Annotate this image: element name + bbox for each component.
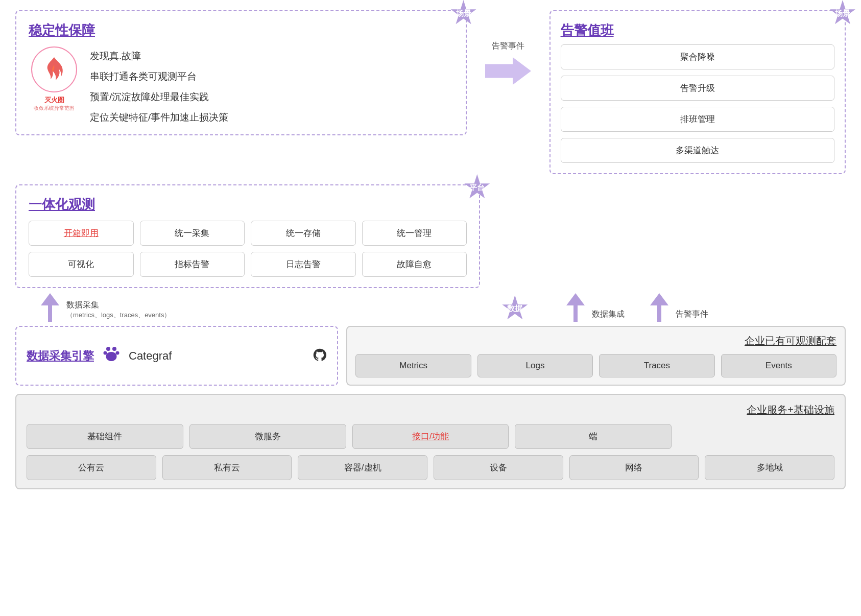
- data-integration-label: 数据集成: [592, 309, 625, 322]
- svg-point-3: [104, 351, 107, 354]
- feature-3: 统一管理: [362, 221, 467, 246]
- up-arrow-1: [41, 293, 59, 322]
- infra-item-3: 端: [515, 424, 672, 449]
- infra-item-1: 微服务: [189, 424, 346, 449]
- collector-title: 数据采集引擎: [27, 348, 94, 364]
- stability-point-4: 定位关键特征/事件加速止损决策: [90, 111, 228, 124]
- row4: 数据采集引擎 Categraf 企业已有可观测配套: [15, 326, 846, 386]
- feature-0: 开箱即用: [29, 221, 134, 246]
- feature-5: 指标告警: [140, 252, 245, 277]
- infra-item-row2-5: 多地域: [705, 455, 834, 480]
- infra-item-row2-1: 私有云: [162, 455, 292, 480]
- unified-box: 平台 一体化观测 开箱即用 统一采集 统一存储 统一管理 可视化 指标告警 日志…: [15, 184, 480, 288]
- row3-left: 数据采集 （metrics、logs、traces、events）: [15, 293, 473, 322]
- svg-point-4: [116, 351, 119, 354]
- infra-item-row2-2: 容器/虚机: [298, 455, 427, 480]
- alert-title: 告警值班: [561, 22, 614, 38]
- page-layout: 场景 稳定性保障 灭火图 收敛: [0, 0, 861, 500]
- alert-item-0: 聚合降噪: [561, 44, 834, 69]
- stability-points: 发现真.故障 串联打通各类可观测平台 预置/沉淀故障处理最佳实践 定位关键特征/…: [90, 46, 228, 124]
- big-right-arrow: [485, 56, 531, 86]
- stability-box: 场景 稳定性保障 灭火图 收敛: [15, 10, 467, 135]
- data-collection-label-sub: （metrics、logs、traces、events）: [66, 311, 171, 320]
- infra-item-row2-3: 设备: [434, 455, 563, 480]
- alert-box: 场景 告警值班 聚合降噪 告警升级 排班管理 多渠道触达: [549, 10, 846, 174]
- obs-item-2: Traces: [599, 354, 714, 377]
- right-arrow-group-1: 数据集成: [566, 293, 625, 322]
- row1: 场景 稳定性保障 灭火图 收敛: [15, 10, 846, 174]
- features-row1: 开箱即用 统一采集 统一存储 统一管理: [29, 221, 467, 246]
- stability-content: 灭火图 收敛系统异常范围 发现真.故障 串联打通各类可观测平台 预置/沉淀故障处…: [29, 46, 453, 124]
- arrow-right-svg: [485, 56, 531, 86]
- alert-item-1: 告警升级: [561, 76, 834, 101]
- paw-svg: [102, 345, 121, 363]
- fire-circle: [31, 46, 77, 92]
- data-badge: 数据: [501, 295, 528, 322]
- svg-point-2: [112, 347, 116, 351]
- obs-item-1: Logs: [477, 354, 593, 377]
- fire-circle-content: [41, 55, 67, 85]
- categraf-label: Categraf: [129, 349, 172, 363]
- row3: 数据采集 （metrics、logs、traces、events） 数据 数据集…: [15, 288, 846, 322]
- scene-badge-1: 场景: [450, 0, 477, 27]
- fire-label: 灭火图: [44, 96, 64, 105]
- data-collection-label-block: 数据采集 （metrics、logs、traces、events）: [66, 300, 171, 322]
- enterprise-infra-box: 企业服务+基础设施 基础组件 微服务 接口/功能 端 公有云 私有云 容器/虚机…: [15, 394, 846, 489]
- infra-item-row2-0: 公有云: [27, 455, 156, 480]
- unified-title: 一体化观测: [29, 197, 95, 212]
- stability-title: 稳定性保障: [29, 22, 95, 38]
- svg-marker-0: [485, 57, 531, 85]
- feature-6: 日志告警: [251, 252, 356, 277]
- data-collection-label-main: 数据采集: [66, 300, 171, 311]
- enterprise-obs-title: 企业已有可观测配套: [355, 334, 836, 348]
- flame-icon: [41, 55, 67, 83]
- stability-point-3: 预置/沉淀故障处理最佳实践: [90, 90, 228, 104]
- github-icon: [313, 348, 327, 364]
- stability-point-1: 发现真.故障: [90, 50, 228, 63]
- alert-arrow-col: 告警事件: [475, 10, 541, 86]
- row3-right: 数据集成 告警事件: [556, 293, 846, 322]
- obs-item-0: Metrics: [355, 354, 471, 377]
- alert-item-3: 多渠道触达: [561, 138, 834, 163]
- alert-item-2: 排班管理: [561, 107, 834, 132]
- up-arrow-3: [650, 293, 668, 322]
- stability-point-2: 串联打通各类可观测平台: [90, 70, 228, 83]
- left-arrow-group: 数据采集 （metrics、logs、traces、events）: [41, 293, 171, 322]
- feature-7: 故障自愈: [362, 252, 467, 277]
- alert-event-label: 告警事件: [676, 309, 708, 322]
- alert-arrow-label: 告警事件: [492, 41, 524, 52]
- feature-4: 可视化: [29, 252, 134, 277]
- infra-item-row2-4: 网络: [569, 455, 699, 480]
- obs-items-grid: Metrics Logs Traces Events: [355, 354, 836, 377]
- fire-sub: 收敛系统异常范围: [34, 105, 75, 112]
- obs-item-3: Events: [721, 354, 836, 377]
- infra-row2-grid: 公有云 私有云 容器/虚机 设备 网络 多地域: [27, 455, 834, 480]
- scene-badge-2: 场景: [829, 0, 856, 27]
- github-svg: [313, 348, 327, 362]
- row2: 平台 一体化观测 开箱即用 统一采集 统一存储 统一管理 可视化 指标告警 日志…: [15, 184, 846, 288]
- collector-box: 数据采集引擎 Categraf: [15, 326, 338, 386]
- feature-2: 统一存储: [251, 221, 356, 246]
- alert-items: 聚合降噪 告警升级 排班管理 多渠道触达: [561, 44, 834, 163]
- infra-item-2: 接口/功能: [352, 424, 509, 449]
- svg-point-1: [106, 347, 110, 351]
- infra-row1-grid: 基础组件 微服务 接口/功能 端: [27, 424, 834, 449]
- infra-item-0: 基础组件: [27, 424, 183, 449]
- enterprise-infra-title: 企业服务+基础设施: [27, 403, 834, 417]
- fire-icon-area: 灭火图 收敛系统异常范围: [29, 46, 80, 124]
- paw-icon: [102, 345, 121, 367]
- feature-1: 统一采集: [140, 221, 245, 246]
- up-arrow-2: [566, 293, 585, 322]
- right-arrow-group-2: 告警事件: [650, 293, 708, 322]
- enterprise-obs-box: 企业已有可观测配套 Metrics Logs Traces Events: [346, 326, 846, 386]
- features-row2: 可视化 指标告警 日志告警 故障自愈: [29, 252, 467, 277]
- platform-badge: 平台: [464, 174, 490, 201]
- row3-mid: 数据: [482, 295, 548, 322]
- unified-features: 开箱即用 统一采集 统一存储 统一管理 可视化 指标告警 日志告警 故障自愈: [29, 221, 467, 277]
